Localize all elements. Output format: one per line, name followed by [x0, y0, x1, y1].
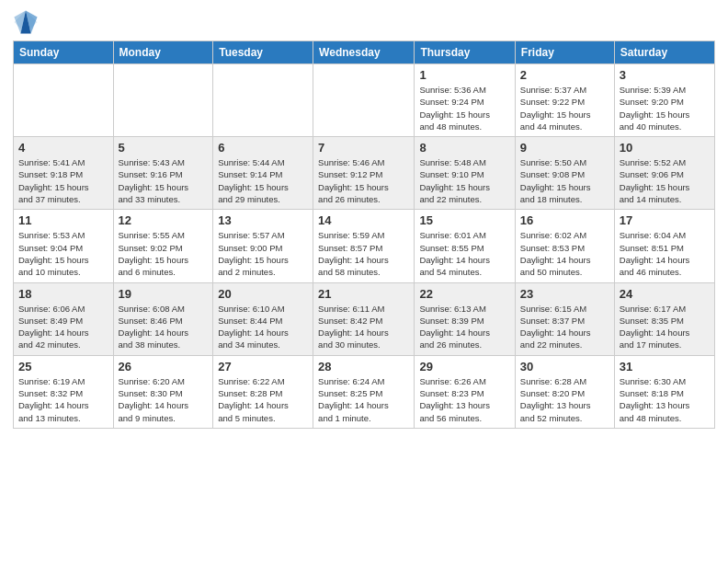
week-row-4: 18Sunrise: 6:06 AMSunset: 8:49 PMDayligh…: [14, 282, 715, 355]
day-number: 31: [620, 360, 710, 373]
day-cell: 9Sunrise: 5:50 AMSunset: 9:08 PMDaylight…: [515, 137, 614, 210]
header-cell-tuesday: Tuesday: [213, 41, 313, 64]
day-info: Sunrise: 5:53 AMSunset: 9:04 PMDaylight:…: [18, 229, 108, 278]
day-cell: 18Sunrise: 6:06 AMSunset: 8:49 PMDayligh…: [14, 282, 114, 355]
day-cell: 6Sunrise: 5:44 AMSunset: 9:14 PMDaylight…: [213, 137, 313, 210]
day-info: Sunrise: 6:19 AMSunset: 8:32 PMDaylight:…: [18, 375, 108, 424]
day-cell: 28Sunrise: 6:24 AMSunset: 8:25 PMDayligh…: [313, 355, 415, 428]
day-number: 17: [620, 213, 710, 227]
day-number: 15: [419, 213, 509, 227]
day-number: 19: [119, 287, 209, 301]
page: SundayMondayTuesdayWednesdayThursdayFrid…: [0, 0, 728, 438]
day-number: 10: [620, 141, 710, 155]
day-cell: 30Sunrise: 6:28 AMSunset: 8:20 PMDayligh…: [515, 355, 614, 428]
day-info: Sunrise: 6:06 AMSunset: 8:49 PMDaylight:…: [18, 303, 108, 351]
day-number: 13: [218, 213, 308, 227]
day-cell: 14Sunrise: 5:59 AMSunset: 8:57 PMDayligh…: [313, 210, 415, 282]
day-cell: 26Sunrise: 6:20 AMSunset: 8:30 PMDayligh…: [113, 355, 213, 428]
day-number: 20: [218, 287, 308, 301]
day-number: 24: [620, 287, 710, 301]
day-cell: 16Sunrise: 6:02 AMSunset: 8:53 PMDayligh…: [515, 210, 614, 282]
day-info: Sunrise: 6:26 AMSunset: 8:23 PMDaylight:…: [419, 375, 509, 424]
logo-icon: [13, 9, 39, 35]
day-info: Sunrise: 6:10 AMSunset: 8:44 PMDaylight:…: [218, 303, 308, 351]
day-number: 29: [419, 360, 509, 373]
day-info: Sunrise: 6:08 AMSunset: 8:46 PMDaylight:…: [119, 303, 209, 351]
day-cell: 1Sunrise: 5:36 AMSunset: 9:24 PMDaylight…: [415, 64, 515, 137]
day-cell: 11Sunrise: 5:53 AMSunset: 9:04 PMDayligh…: [14, 210, 114, 282]
day-number: 25: [18, 360, 108, 373]
day-cell: 4Sunrise: 5:41 AMSunset: 9:18 PMDaylight…: [14, 137, 114, 210]
day-number: 1: [419, 68, 509, 82]
day-cell: 29Sunrise: 6:26 AMSunset: 8:23 PMDayligh…: [415, 355, 515, 428]
day-number: 21: [318, 287, 409, 301]
day-info: Sunrise: 5:44 AMSunset: 9:14 PMDaylight:…: [218, 156, 308, 205]
day-cell: [14, 64, 114, 137]
day-info: Sunrise: 6:30 AMSunset: 8:18 PMDaylight:…: [620, 375, 710, 424]
header-cell-thursday: Thursday: [415, 41, 515, 64]
day-cell: 22Sunrise: 6:13 AMSunset: 8:39 PMDayligh…: [415, 282, 515, 355]
day-cell: 5Sunrise: 5:43 AMSunset: 9:16 PMDaylight…: [113, 137, 213, 210]
header-cell-wednesday: Wednesday: [313, 41, 415, 64]
day-info: Sunrise: 6:20 AMSunset: 8:30 PMDaylight:…: [119, 375, 209, 424]
header: [13, 9, 715, 35]
day-cell: 12Sunrise: 5:55 AMSunset: 9:02 PMDayligh…: [113, 210, 213, 282]
day-number: 22: [419, 287, 509, 301]
day-info: Sunrise: 6:22 AMSunset: 8:28 PMDaylight:…: [218, 375, 308, 424]
day-cell: 23Sunrise: 6:15 AMSunset: 8:37 PMDayligh…: [515, 282, 614, 355]
day-number: 16: [520, 213, 609, 227]
day-info: Sunrise: 6:15 AMSunset: 8:37 PMDaylight:…: [520, 303, 609, 351]
day-cell: 19Sunrise: 6:08 AMSunset: 8:46 PMDayligh…: [113, 282, 213, 355]
day-cell: [313, 64, 415, 137]
header-cell-friday: Friday: [515, 41, 614, 64]
day-cell: 15Sunrise: 6:01 AMSunset: 8:55 PMDayligh…: [415, 210, 515, 282]
day-cell: 20Sunrise: 6:10 AMSunset: 8:44 PMDayligh…: [213, 282, 313, 355]
header-cell-sunday: Sunday: [14, 41, 114, 64]
week-row-1: 1Sunrise: 5:36 AMSunset: 9:24 PMDaylight…: [14, 64, 715, 137]
day-info: Sunrise: 5:52 AMSunset: 9:06 PMDaylight:…: [620, 156, 710, 205]
day-info: Sunrise: 5:36 AMSunset: 9:24 PMDaylight:…: [419, 84, 509, 132]
day-info: Sunrise: 5:57 AMSunset: 9:00 PMDaylight:…: [218, 229, 308, 278]
week-row-3: 11Sunrise: 5:53 AMSunset: 9:04 PMDayligh…: [14, 210, 715, 282]
day-cell: 25Sunrise: 6:19 AMSunset: 8:32 PMDayligh…: [14, 355, 114, 428]
day-number: 5: [119, 141, 209, 155]
header-row: SundayMondayTuesdayWednesdayThursdayFrid…: [14, 41, 715, 64]
day-number: 23: [520, 287, 609, 301]
day-number: 6: [218, 141, 308, 155]
day-info: Sunrise: 5:37 AMSunset: 9:22 PMDaylight:…: [520, 84, 609, 132]
day-info: Sunrise: 6:28 AMSunset: 8:20 PMDaylight:…: [520, 375, 609, 424]
day-info: Sunrise: 6:01 AMSunset: 8:55 PMDaylight:…: [419, 229, 509, 278]
day-number: 18: [18, 287, 108, 301]
day-number: 28: [318, 360, 409, 373]
day-number: 2: [520, 68, 609, 82]
day-info: Sunrise: 6:24 AMSunset: 8:25 PMDaylight:…: [318, 375, 409, 424]
day-info: Sunrise: 6:13 AMSunset: 8:39 PMDaylight:…: [419, 303, 509, 351]
week-row-2: 4Sunrise: 5:41 AMSunset: 9:18 PMDaylight…: [14, 137, 715, 210]
day-number: 11: [18, 213, 108, 227]
day-info: Sunrise: 6:17 AMSunset: 8:35 PMDaylight:…: [620, 303, 710, 351]
day-number: 14: [318, 213, 409, 227]
day-cell: [213, 64, 313, 137]
day-info: Sunrise: 5:41 AMSunset: 9:18 PMDaylight:…: [18, 156, 108, 205]
day-number: 30: [520, 360, 609, 373]
day-cell: [113, 64, 213, 137]
day-number: 9: [520, 141, 609, 155]
day-number: 8: [419, 141, 509, 155]
day-info: Sunrise: 5:59 AMSunset: 8:57 PMDaylight:…: [318, 229, 409, 278]
day-number: 7: [318, 141, 409, 155]
week-row-5: 25Sunrise: 6:19 AMSunset: 8:32 PMDayligh…: [14, 355, 715, 428]
day-cell: 10Sunrise: 5:52 AMSunset: 9:06 PMDayligh…: [614, 137, 714, 210]
header-cell-monday: Monday: [113, 41, 213, 64]
day-info: Sunrise: 6:02 AMSunset: 8:53 PMDaylight:…: [520, 229, 609, 278]
day-info: Sunrise: 5:39 AMSunset: 9:20 PMDaylight:…: [620, 84, 710, 132]
day-info: Sunrise: 5:48 AMSunset: 9:10 PMDaylight:…: [419, 156, 509, 205]
day-info: Sunrise: 6:04 AMSunset: 8:51 PMDaylight:…: [620, 229, 710, 278]
day-cell: 7Sunrise: 5:46 AMSunset: 9:12 PMDaylight…: [313, 137, 415, 210]
day-cell: 17Sunrise: 6:04 AMSunset: 8:51 PMDayligh…: [614, 210, 714, 282]
header-cell-saturday: Saturday: [614, 41, 714, 64]
day-cell: 31Sunrise: 6:30 AMSunset: 8:18 PMDayligh…: [614, 355, 714, 428]
day-number: 26: [119, 360, 209, 373]
day-cell: 3Sunrise: 5:39 AMSunset: 9:20 PMDaylight…: [614, 64, 714, 137]
day-cell: 2Sunrise: 5:37 AMSunset: 9:22 PMDaylight…: [515, 64, 614, 137]
day-number: 4: [18, 141, 108, 155]
